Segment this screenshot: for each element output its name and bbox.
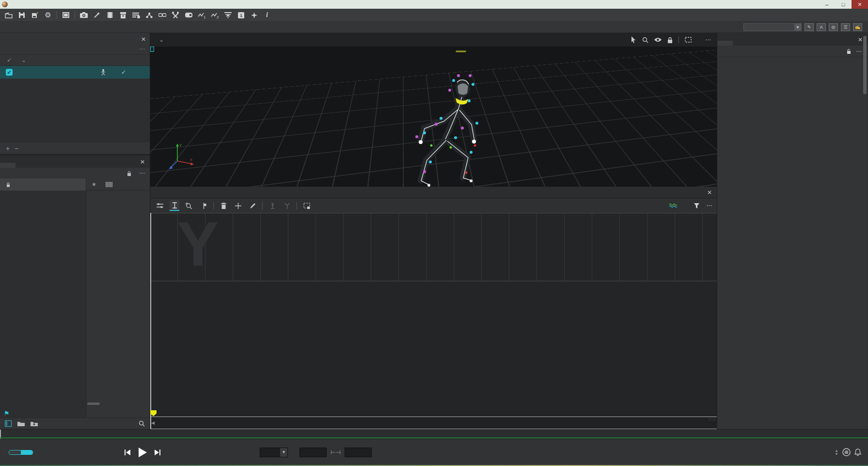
graph-close-icon[interactable]: ✕ xyxy=(707,189,712,196)
draw-tool-icon[interactable] xyxy=(248,200,257,211)
visibility-tool-icon[interactable] xyxy=(654,37,662,42)
lock-selection-tool-icon[interactable] xyxy=(667,37,673,43)
zoom-select-tool-icon[interactable] xyxy=(184,200,194,211)
menu-layout[interactable] xyxy=(29,26,38,28)
playhead[interactable] xyxy=(150,213,151,417)
timeline-scrubber[interactable]: ◀ xyxy=(150,417,717,429)
properties-menu-ellipsis[interactable]: ⋯ xyxy=(856,48,862,55)
add-asset-button[interactable]: + xyxy=(6,145,15,152)
chart-one-icon[interactable]: 1 xyxy=(197,10,206,20)
chevron-down-icon[interactable]: ⌄ xyxy=(159,36,164,43)
graph-plot-area[interactable]: X Y Z xyxy=(150,213,717,417)
save-as-icon[interactable] xyxy=(30,10,40,20)
skip-to-start-button[interactable] xyxy=(124,449,131,456)
tab-data[interactable] xyxy=(0,163,16,168)
anchor-tool-icon[interactable] xyxy=(268,200,277,211)
panel-one-icon[interactable]: 1 xyxy=(236,10,246,20)
horizontal-scrollbar[interactable] xyxy=(87,402,100,405)
y-channel-band[interactable]: Y xyxy=(150,213,717,281)
maximize-button[interactable]: □ xyxy=(835,0,852,9)
minimize-button[interactable]: – xyxy=(819,0,835,9)
layout-note-pane-icon[interactable]: ✍ xyxy=(853,23,862,31)
recording-archive-icon[interactable] xyxy=(118,10,128,20)
tools-icon[interactable] xyxy=(171,10,180,20)
session-group-default[interactable]: ⚑ xyxy=(0,178,86,191)
add-key-icon[interactable] xyxy=(233,200,243,211)
range-end-field[interactable] xyxy=(345,448,372,457)
edit-mode-button[interactable] xyxy=(21,450,32,454)
layout-data-pane-icon[interactable]: ☰ xyxy=(841,23,850,31)
streaming-status-icon[interactable] xyxy=(842,448,851,456)
node-graph-icon[interactable] xyxy=(144,10,154,20)
graph-menu-ellipsis[interactable]: ⋯ xyxy=(706,202,712,209)
chart-summary-icon[interactable] xyxy=(223,10,233,20)
delete-keys-icon[interactable] xyxy=(219,200,228,211)
assets-close-icon[interactable]: ✕ xyxy=(141,36,146,43)
live-mode-button[interactable] xyxy=(9,450,21,454)
scrub-left-icon[interactable]: ◀ xyxy=(151,420,155,425)
folder-add-icon[interactable] xyxy=(31,421,38,426)
star-column-icon[interactable]: ★ xyxy=(86,181,102,188)
range-select-tool-icon[interactable] xyxy=(170,200,179,211)
play-button[interactable] xyxy=(138,447,147,458)
wand-icon[interactable] xyxy=(92,10,102,20)
properties-scrollbar[interactable] xyxy=(863,36,867,94)
viewport-canvas[interactable]: YX xyxy=(150,47,717,187)
link-icon[interactable] xyxy=(158,10,167,20)
layout-edit-pane-icon[interactable]: ✎ xyxy=(805,23,814,31)
close-button[interactable]: ✕ xyxy=(852,0,868,9)
card-icon[interactable] xyxy=(184,10,193,20)
remove-asset-button[interactable]: − xyxy=(15,145,23,152)
zoom-tool-icon[interactable] xyxy=(642,37,648,43)
notifications-bell-icon[interactable] xyxy=(854,449,861,456)
sparkle-icon[interactable] xyxy=(249,10,259,20)
marquee-tool-icon[interactable] xyxy=(685,37,692,43)
menu-help[interactable] xyxy=(38,26,47,28)
clips-column-icon[interactable] xyxy=(102,182,116,187)
camera-icon[interactable] xyxy=(79,10,89,20)
split-tool-icon[interactable] xyxy=(282,200,292,211)
marquee-lock-tool-icon[interactable] xyxy=(302,200,312,211)
range-start-field[interactable] xyxy=(300,448,327,457)
layout-camera-pane-icon[interactable]: ◎ xyxy=(829,23,838,31)
layout-preset-combo[interactable]: ▼ xyxy=(743,23,802,31)
assets-menu-ellipsis[interactable]: ⋯ xyxy=(139,46,145,54)
filter-funnel-icon[interactable] xyxy=(694,203,699,209)
search-icon[interactable] xyxy=(139,420,145,427)
graph-settings-icon[interactable] xyxy=(155,200,165,211)
tab-builder[interactable] xyxy=(16,163,31,168)
timeline-ruler[interactable] xyxy=(0,429,868,439)
panel-toggle-icon[interactable] xyxy=(5,420,12,427)
chart-two-icon[interactable]: 2 xyxy=(210,10,220,20)
list-settings-icon[interactable] xyxy=(131,10,141,20)
pin-playhead-tool-icon[interactable] xyxy=(199,200,208,211)
data-menu-ellipsis[interactable]: ⋯ xyxy=(139,170,145,177)
menu-view[interactable] xyxy=(20,26,29,28)
streaming-updown-icon[interactable]: ▲▼ xyxy=(835,449,838,456)
selection-end-flag[interactable] xyxy=(150,410,158,416)
menu-edit[interactable] xyxy=(12,26,20,28)
data-close-icon[interactable]: ✕ xyxy=(135,156,150,168)
viewport-menu-ellipsis[interactable]: ⋯ xyxy=(705,36,711,43)
z-channel-band[interactable]: Z xyxy=(150,213,717,213)
open-project-icon[interactable] xyxy=(4,10,14,20)
select-tool-icon[interactable] xyxy=(631,36,636,43)
viewport-layout-icon[interactable] xyxy=(61,10,71,20)
properties-scroll-area[interactable] xyxy=(717,57,868,429)
asset-checkbox[interactable]: ✓ xyxy=(6,69,13,76)
assets-check-column[interactable]: ✓ xyxy=(0,57,18,64)
tab-edit-tools[interactable] xyxy=(748,41,764,46)
camera-badge[interactable] xyxy=(150,47,154,52)
perspective-viewport[interactable]: ⌄ ⋯ xyxy=(150,33,717,187)
asset-row-001[interactable]: ✓ ✓ xyxy=(0,66,150,79)
playback-speed-combo[interactable]: ▼ xyxy=(260,448,288,457)
tab-labels[interactable] xyxy=(733,41,748,46)
info-icon[interactable]: i xyxy=(262,10,272,20)
folder-icon[interactable] xyxy=(17,421,25,426)
settings-gear-icon[interactable]: ⚙ xyxy=(43,10,53,20)
skip-to-end-button[interactable] xyxy=(154,449,161,456)
unlock-icon[interactable] xyxy=(847,48,851,54)
tab-properties[interactable] xyxy=(717,41,733,46)
data-streaming-icon[interactable] xyxy=(105,10,115,20)
skeleton-avatar[interactable] xyxy=(359,50,504,187)
